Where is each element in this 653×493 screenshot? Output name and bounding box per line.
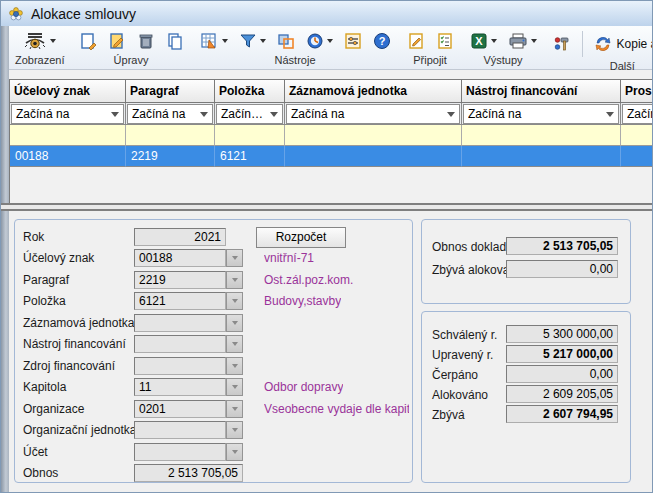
filter-input[interactable] [621,125,653,146]
toolbar: Zobrazení [9,26,653,70]
grid-selected-row[interactable]: 00188 2219 6121 [10,146,653,167]
column-header-polozka[interactable]: Položka [215,80,285,103]
help-icon: ? [373,32,391,50]
edit-record-button[interactable] [106,30,128,52]
filter-input[interactable] [285,125,462,146]
field-label-nastroj-financovani: Nástroj financování [23,337,126,351]
budget-summary-groupbox: Schválený r. 5 300 000,00 Upravený r. 5 … [421,311,631,483]
linked-windows-button[interactable] [275,30,297,52]
filter-input[interactable] [462,125,621,146]
polozka-field[interactable]: 6121 [134,292,226,310]
history-clock-icon [306,32,324,50]
new-record-button[interactable] [77,30,99,52]
zdroj-financovani-lookup-button[interactable] [226,357,243,375]
filter-operator-combo[interactable]: Začíná na [622,104,653,124]
copy-allocation-arrows-icon [594,35,612,53]
filter-operator-combo[interactable]: Začíná na [127,104,213,124]
filter-operator-combo[interactable]: Začíná na [463,104,619,124]
filter-operator-combo[interactable]: Začíná na [216,104,283,124]
kapitola-field[interactable]: 11 [134,378,226,396]
cell-zaznamova-jednotka[interactable] [285,146,462,167]
toolbar-group-upravy: Úpravy [71,26,192,69]
column-header-paragraf[interactable]: Paragraf [126,80,215,103]
ucelovy-znak-field[interactable]: 00188 [134,249,226,267]
toolbar-group-label: Další [551,59,653,74]
column-header-prostredek[interactable]: Pros [621,80,653,103]
filter-input[interactable] [126,125,215,146]
grid-filter-input-row [10,125,653,146]
paragraf-lookup-button[interactable] [226,271,243,289]
horizontal-splitter[interactable] [1,203,653,211]
organizacni-jednotka-lookup-button[interactable] [226,421,243,439]
zdroj-financovani-field[interactable] [134,357,226,375]
cell-paragraf[interactable]: 2219 [126,146,215,167]
history-dropdown-arrow[interactable] [327,39,333,43]
organizace-lookup-button[interactable] [226,400,243,418]
filter-input[interactable] [10,125,126,146]
zbyva-alokovat-value: 0,00 [506,260,618,278]
view-button[interactable] [21,30,58,52]
zbyva-label: Zbývá [432,408,465,422]
print-dropdown-arrow[interactable] [531,39,537,43]
kopie-alokace-button[interactable]: Kopie alokace [592,33,653,55]
attach-note-button[interactable] [405,30,427,52]
ucet-field[interactable] [134,443,226,461]
cell-polozka[interactable]: 6121 [215,146,285,167]
toolbar-group-dalsi: Kopie alokace Další [545,26,653,69]
toolbar-separator [582,31,583,57]
ucelovy-znak-description: vnitřní-71 [264,251,314,265]
filter-operator-combo[interactable]: Začíná na [286,104,460,124]
help-button[interactable]: ? [371,30,393,52]
rok-field[interactable]: 2021 [134,228,226,246]
schvaleny-label: Schválený r. [432,328,497,342]
history-clock-button[interactable] [304,30,335,52]
filter-input[interactable] [215,125,285,146]
chevron-down-icon [200,112,208,117]
settings-sliders-button[interactable] [342,30,364,52]
kapitola-lookup-button[interactable] [226,378,243,396]
column-header-nastroj-financovani[interactable]: Nástroj financování [462,80,621,103]
field-label-kapitola: Kapitola [23,380,66,394]
filter-funnel-icon [239,32,257,50]
window-title: Alokace smlouvy [31,6,136,22]
edit-record-icon [108,32,126,50]
tools-hammer-button[interactable] [551,33,573,55]
filter-dropdown-arrow[interactable] [260,39,266,43]
nastroj-financovani-field[interactable] [134,335,226,353]
view-dropdown-arrow[interactable] [50,39,56,43]
zaznamova-jednotka-lookup-button[interactable] [226,314,243,332]
cell-prostredek[interactable] [621,146,653,167]
cell-nastroj-financovani[interactable] [462,146,621,167]
ucet-lookup-button[interactable] [226,443,243,461]
copy-record-button[interactable] [164,30,186,52]
print-button[interactable] [506,30,539,52]
nastroj-financovani-lookup-button[interactable] [226,335,243,353]
column-header-zaznamova-jednotka[interactable]: Záznamová jednotka [285,80,462,103]
delete-record-button[interactable] [135,30,157,52]
organizace-description: Vseobecne vydaje dle kapitolnes... [264,402,409,416]
field-label-obnos: Obnos [23,466,58,480]
toolbar-group-nastroje: ? Nástroje [192,26,399,69]
field-label-zaznamova-jednotka: Záznamová jednotka [23,316,134,330]
alokovano-value: 2 609 205,05 [506,385,618,403]
organizacni-jednotka-field[interactable] [134,421,226,439]
table-tools-button[interactable] [198,30,230,52]
zaznamova-jednotka-field[interactable] [134,314,226,332]
app-window: Alokace smlouvy Zobrazení [0,0,653,493]
attach-checklist-button[interactable] [434,30,456,52]
paragraf-field[interactable]: 2219 [134,271,226,289]
rozpocet-button[interactable]: Rozpočet [256,227,346,248]
polozka-lookup-button[interactable] [226,292,243,310]
filter-button[interactable] [237,30,268,52]
column-header-ucelovy-znak[interactable]: Účelový znak [10,80,126,103]
excel-dropdown-arrow[interactable] [491,39,497,43]
filter-operator-combo[interactable]: Začíná na [11,104,124,124]
obnos-field[interactable]: 2 513 705,05 [134,464,243,482]
settings-sliders-icon [344,32,362,50]
ucelovy-znak-lookup-button[interactable] [226,249,243,267]
alokovano-label: Alokováno [432,388,488,402]
organizace-field[interactable]: 0201 [134,400,226,418]
table-tools-dropdown-arrow[interactable] [222,39,228,43]
excel-export-button[interactable]: X [468,30,499,52]
cell-ucelovy-znak[interactable]: 00188 [10,146,126,167]
